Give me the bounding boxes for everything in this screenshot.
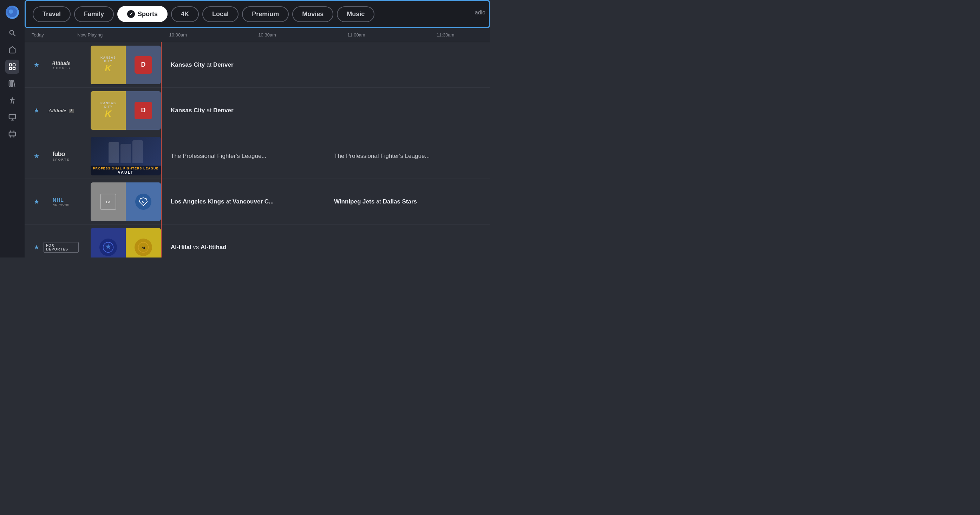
channel-logo-altitude2: Altitude 2 bbox=[43, 102, 79, 119]
thumb-fubo[interactable]: PROFESSIONAL FIGHTERS LEAGUE VAULT bbox=[91, 137, 161, 176]
svg-rect-4 bbox=[10, 64, 11, 66]
time-slot-3: 11:00am bbox=[347, 32, 365, 38]
channel-list: ★ Altitude SPORTS KANSAS CITY K D bbox=[25, 42, 490, 258]
nhl-logo-text: NHL bbox=[52, 197, 64, 203]
favorite-star-fubo[interactable]: ★ bbox=[34, 152, 39, 160]
thumb-nhl[interactable]: LA C bbox=[91, 182, 161, 221]
channel-meta-foxdeportes: ★ FOX DEPORTES bbox=[25, 239, 88, 256]
program-fubo: The Professional Fighter's League... The… bbox=[164, 137, 490, 176]
svg-text:C: C bbox=[142, 200, 145, 203]
cat-sports[interactable]: Sports bbox=[117, 6, 167, 22]
thumb-denver2-right: D bbox=[126, 91, 161, 130]
sidebar-item-sports[interactable] bbox=[5, 93, 19, 107]
time-slot-2: 10:30am bbox=[258, 32, 276, 38]
program-altitude2[interactable]: Kansas City at Denver bbox=[164, 91, 490, 130]
channel-logo-altitude1: Altitude SPORTS bbox=[43, 56, 79, 74]
channel-logo-fubo: fubo SPORTS bbox=[43, 147, 79, 165]
fox-logo-text: FOX DEPORTES bbox=[43, 242, 79, 253]
la-kings-badge: LA bbox=[100, 194, 116, 210]
program-altitude1[interactable]: Kansas City at Denver bbox=[164, 46, 490, 84]
svg-text:AI: AI bbox=[142, 246, 145, 249]
cat-family[interactable]: Family bbox=[74, 6, 114, 22]
channel-row-nhl: ★ NHL NETWORK LA bbox=[25, 179, 490, 225]
cat-local[interactable]: Local bbox=[202, 6, 239, 22]
svg-text:LA: LA bbox=[106, 200, 110, 204]
program-title-fubo-next: The Professional Fighter's League... bbox=[334, 152, 483, 160]
svg-rect-6 bbox=[10, 67, 11, 70]
time-slot-1: 10:00am bbox=[169, 32, 187, 38]
program-nhl-current[interactable]: Los Angeles Kings at Vancouver C... bbox=[164, 182, 327, 221]
svg-rect-11 bbox=[9, 132, 16, 136]
channel-row-altitude2: ★ Altitude 2 KANSAS CITY K D bbox=[25, 88, 490, 133]
svg-rect-7 bbox=[13, 67, 15, 70]
favorite-star-nhl[interactable]: ★ bbox=[34, 198, 39, 206]
program-title-foxdeportes: Al-Hilal vs Al-Ittihad bbox=[171, 243, 483, 252]
cat-music[interactable]: Music bbox=[337, 6, 374, 22]
cat-premium[interactable]: Premium bbox=[242, 6, 289, 22]
current-time-indicator bbox=[161, 42, 162, 258]
sidebar-item-guide[interactable] bbox=[5, 60, 19, 74]
thumb-kc2-left: KANSAS CITY K bbox=[91, 91, 126, 130]
svg-rect-10 bbox=[9, 114, 16, 119]
sidebar-item-film[interactable] bbox=[5, 127, 19, 141]
favorite-star-foxdeportes[interactable]: ★ bbox=[34, 244, 39, 251]
svg-line-3 bbox=[13, 34, 16, 36]
thumb-la-left: LA bbox=[91, 182, 126, 221]
cat-movies[interactable]: Movies bbox=[292, 6, 333, 22]
program-title-nhl-next: Winnipeg Jets at Dallas Stars bbox=[334, 198, 483, 206]
altitude1-logo-sub: SPORTS bbox=[52, 66, 70, 70]
program-foxdeportes[interactable]: Al-Hilal vs Al-Ittihad bbox=[164, 228, 490, 258]
svg-rect-5 bbox=[13, 64, 15, 66]
sidebar-item-search[interactable] bbox=[5, 26, 19, 40]
thumb-altitude1[interactable]: KANSAS CITY K D bbox=[91, 46, 161, 84]
sidebar-item-play[interactable] bbox=[5, 110, 19, 124]
program-title-altitude2: Kansas City at Denver bbox=[171, 106, 483, 115]
program-fubo-current[interactable]: The Professional Fighter's League... bbox=[164, 137, 327, 176]
program-nhl-next[interactable]: Winnipeg Jets at Dallas Stars bbox=[327, 182, 490, 221]
radio-label: adio bbox=[475, 10, 485, 16]
channel-row-altitude1: ★ Altitude SPORTS KANSAS CITY K D bbox=[25, 42, 490, 88]
fubo-logo-text: fubo bbox=[52, 151, 65, 157]
channel-meta-altitude2: ★ Altitude 2 bbox=[25, 102, 88, 119]
alittihad-badge: AI bbox=[135, 239, 152, 256]
thumb-altitude2[interactable]: KANSAS CITY K D bbox=[91, 91, 161, 130]
denver-badge: D bbox=[135, 56, 152, 74]
channel-meta-nhl: ★ NHL NETWORK bbox=[25, 193, 88, 211]
altitude2-logo-text: Altitude bbox=[48, 108, 66, 113]
time-slots: 10:00am 10:30am 11:00am 11:30am bbox=[134, 32, 490, 38]
thumb-alittihad-right: AI bbox=[126, 228, 161, 258]
time-slot-4: 11:30am bbox=[437, 32, 455, 38]
svg-rect-8 bbox=[9, 81, 11, 87]
time-header: Today Now Playing 10:00am 10:30am 11:00a… bbox=[25, 28, 490, 42]
nhl-logo-sub: NETWORK bbox=[52, 203, 70, 206]
denver2-badge: D bbox=[135, 102, 152, 119]
cat-4k[interactable]: 4K bbox=[171, 6, 199, 22]
thumb-vancouver-right: C bbox=[126, 182, 161, 221]
app-logo bbox=[6, 6, 19, 19]
svg-rect-9 bbox=[11, 81, 13, 87]
favorite-star-altitude1[interactable]: ★ bbox=[34, 61, 39, 69]
svg-point-1 bbox=[9, 10, 13, 14]
vancouver-badge: C bbox=[135, 194, 151, 210]
thumb-denver-right: D bbox=[126, 46, 161, 84]
program-title-fubo-current: The Professional Fighter's League... bbox=[171, 152, 320, 160]
thumb-alhilal-left bbox=[91, 228, 126, 258]
sidebar-item-library[interactable] bbox=[5, 76, 19, 90]
cat-travel[interactable]: Travel bbox=[33, 6, 71, 22]
program-nhl: Los Angeles Kings at Vancouver C... Winn… bbox=[164, 182, 490, 221]
thumb-foxdeportes[interactable]: AI bbox=[91, 228, 161, 258]
thumb-kc-left: KANSAS CITY K bbox=[91, 46, 126, 84]
sidebar-item-home[interactable] bbox=[5, 43, 19, 57]
channel-row-fubo: ★ fubo SPORTS PROFESSIONAL FIGHTERS LEAG… bbox=[25, 133, 490, 179]
altitude1-logo-text: Altitude bbox=[52, 60, 70, 66]
channel-meta-altitude1: ★ Altitude SPORTS bbox=[25, 56, 88, 74]
sidebar bbox=[0, 0, 25, 258]
alhilal-badge bbox=[99, 239, 117, 256]
program-title-nhl-current: Los Angeles Kings at Vancouver C... bbox=[171, 198, 320, 206]
favorite-star-altitude2[interactable]: ★ bbox=[34, 107, 39, 114]
program-fubo-next[interactable]: The Professional Fighter's League... bbox=[327, 137, 490, 176]
fubo-logo-sub: SPORTS bbox=[52, 158, 70, 162]
time-today: Today bbox=[32, 32, 74, 38]
program-title-altitude1: Kansas City at Denver bbox=[171, 61, 483, 69]
category-bar: Travel Family Sports 4K Local Premium Mo… bbox=[25, 0, 490, 28]
